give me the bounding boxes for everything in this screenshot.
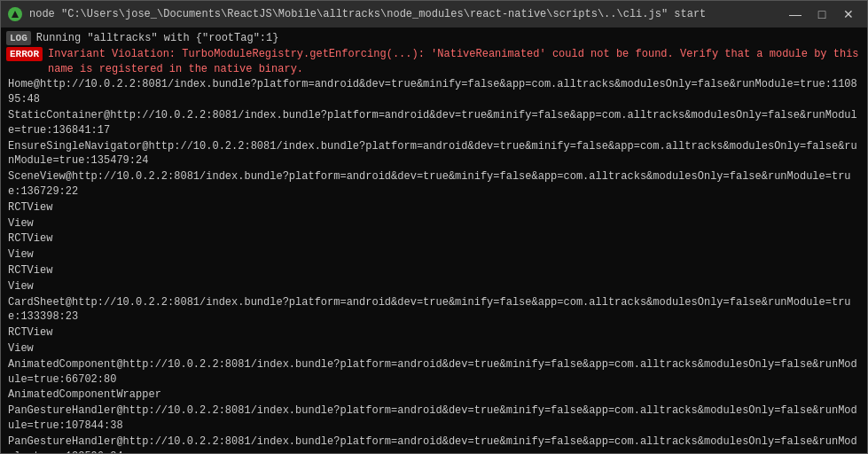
window-controls: — □ ✕ — [784, 5, 860, 23]
terminal-window: node "C:\Users\jose_\Documents\ReactJS\M… — [0, 0, 868, 454]
plain-line: PanGestureHandler@http://10.0.2.2:8081/i… — [6, 434, 862, 453]
plain-line: View — [6, 341, 862, 356]
terminal-body: LOGRunning "alltracks" with {"rootTag":1… — [1, 27, 867, 453]
minimize-button[interactable]: — — [784, 5, 807, 23]
plain-line: Home@http://10.0.2.2:8081/index.bundle?p… — [6, 77, 862, 107]
log-line: LOGRunning "alltracks" with {"rootTag":1… — [6, 31, 862, 46]
plain-line: CardSheet@http://10.0.2.2:8081/index.bun… — [6, 295, 862, 325]
error-text: Invariant Violation: TurboModuleRegistry… — [48, 47, 862, 77]
close-button[interactable]: ✕ — [837, 5, 860, 23]
plain-line: View — [6, 216, 862, 231]
plain-line: EnsureSingleNavigator@http://10.0.2.2:80… — [6, 139, 862, 169]
plain-line: RCTView — [6, 231, 862, 247]
window-title: node "C:\Users\jose_\Documents\ReactJS\M… — [29, 8, 777, 20]
plain-line: StaticContainer@http://10.0.2.2:8081/ind… — [6, 108, 862, 138]
plain-line: RCTView — [6, 325, 862, 340]
error-badge: ERROR — [6, 47, 43, 61]
maximize-button[interactable]: □ — [810, 5, 833, 23]
plain-line: PanGestureHandler@http://10.0.2.2:8081/i… — [6, 403, 862, 434]
log-text: Running "alltracks" with {"rootTag":1} — [36, 31, 279, 46]
plain-line: SceneView@http://10.0.2.2:8081/index.bun… — [6, 169, 862, 200]
plain-line: View — [6, 279, 862, 294]
plain-line: RCTView — [6, 263, 862, 278]
log-badge: LOG — [6, 31, 31, 45]
node-icon — [8, 7, 22, 21]
plain-line: RCTView — [6, 200, 862, 215]
plain-line: AnimatedComponent@http://10.0.2.2:8081/i… — [6, 357, 862, 387]
title-bar: node "C:\Users\jose_\Documents\ReactJS\M… — [1, 1, 867, 27]
plain-line: View — [6, 247, 862, 262]
plain-line: AnimatedComponentWrapper — [6, 387, 862, 403]
error-line: ERRORInvariant Violation: TurboModuleReg… — [6, 47, 862, 77]
